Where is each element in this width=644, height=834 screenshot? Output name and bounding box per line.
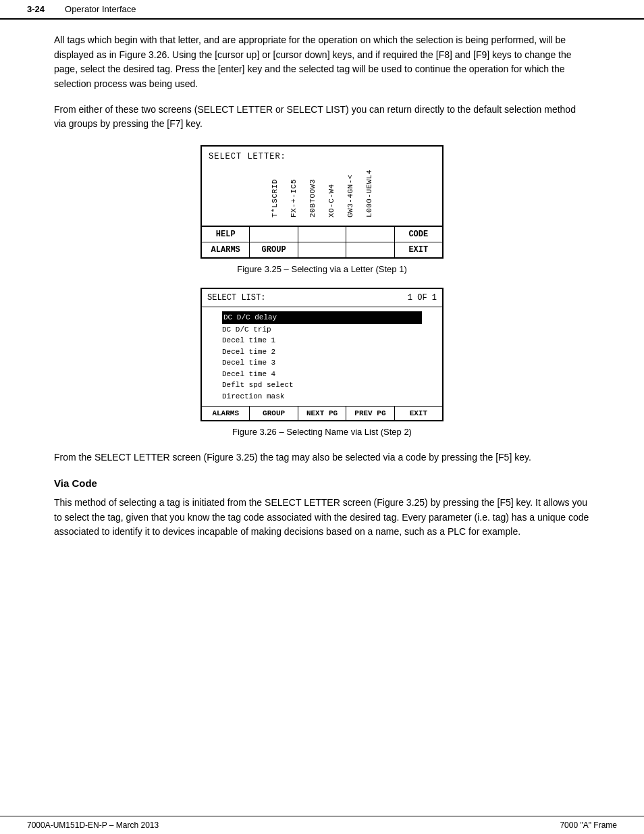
btn-prev-pg[interactable]: PREV PG [346, 407, 394, 420]
list-item-4[interactable]: Decel time 3 [222, 357, 422, 369]
btn-group-2[interactable]: GROUP [250, 407, 298, 420]
figure-26-container: SELECT LIST: 1 OF 1 DC D/C delay DC D/C … [54, 288, 590, 437]
figure-25-caption: Figure 3.25 – Selecting via a Letter (St… [237, 264, 406, 274]
section-heading-via-code: Via Code [54, 477, 590, 489]
btn-help[interactable]: HELP [202, 227, 250, 242]
btn-empty-3 [346, 227, 394, 242]
btn-code[interactable]: CODE [395, 227, 442, 242]
list-item-2[interactable]: Decel time 1 [222, 335, 422, 346]
screen-26-header: SELECT LIST: 1 OF 1 [202, 289, 442, 307]
figure-26-screen: SELECT LIST: 1 OF 1 DC D/C delay DC D/C … [200, 288, 444, 421]
footer-right: 7000 "A" Frame [560, 820, 617, 830]
figure-25-screen: SELECT LETTER: T*LSCRID FX-+-IC5 20BTOOW… [200, 145, 444, 259]
btn-empty-5 [346, 242, 394, 257]
list-item-7[interactable]: Direction mask [222, 391, 422, 402]
screen-26-buttons: ALARMS GROUP NEXT PG PREV PG EXIT [202, 406, 442, 420]
footer-left: 7000A-UM151D-EN-P – March 2013 [27, 820, 159, 830]
btn-alarms-2[interactable]: ALARMS [202, 407, 250, 420]
main-content: All tags which begin with that letter, a… [0, 20, 644, 591]
list-item-6[interactable]: Deflt spd select [222, 380, 422, 391]
page-header: 3-24 Operator Interface [0, 0, 644, 20]
btn-empty-4 [298, 242, 346, 257]
col-6: L000-UEWL4 [365, 170, 373, 217]
col-4: XO-C-W4 [327, 170, 336, 217]
screen-26-title: SELECT LIST: [207, 293, 265, 303]
btn-exit-2[interactable]: EXIT [395, 407, 442, 420]
page: 3-24 Operator Interface All tags which b… [0, 0, 644, 834]
col-1: T*LSCRID [271, 170, 279, 217]
btn-alarms[interactable]: ALARMS [202, 242, 250, 257]
btn-next-pg[interactable]: NEXT PG [298, 407, 346, 420]
screen-25-inner: SELECT LETTER: T*LSCRID FX-+-IC5 20BTOOW… [202, 147, 442, 226]
screen-25-btn-row1: HELP CODE [202, 226, 442, 242]
screen-25-btn-row2: ALARMS GROUP EXIT [202, 242, 442, 257]
screen-26-list: DC D/C delay DC D/C trip Decel time 1 De… [202, 307, 442, 406]
col-3: 20BTOOW3 [308, 170, 317, 217]
paragraph-4: This method of selecting a tag is initia… [54, 496, 590, 540]
btn-empty-1 [250, 227, 298, 242]
col-2: FX-+-IC5 [290, 170, 298, 217]
figure-25-container: SELECT LETTER: T*LSCRID FX-+-IC5 20BTOOW… [54, 145, 590, 274]
page-footer: 7000A-UM151D-EN-P – March 2013 7000 "A" … [0, 816, 644, 834]
list-item-0[interactable]: DC D/C delay [222, 311, 422, 324]
list-item-1[interactable]: DC D/C trip [222, 324, 422, 336]
screen-25-columns: T*LSCRID FX-+-IC5 20BTOOW3 XO-C-W4 GW3-4… [209, 167, 435, 220]
col-5: GW3-4GN-< [346, 170, 354, 217]
paragraph-2: From either of these two screens (SELECT… [54, 103, 590, 132]
btn-group[interactable]: GROUP [250, 242, 298, 257]
figure-26-caption: Figure 3.26 – Selecting Name via List (S… [232, 427, 412, 437]
page-number: 3-24 [27, 4, 45, 14]
paragraph-1: All tags which begin with that letter, a… [54, 33, 590, 92]
btn-empty-2 [298, 227, 346, 242]
list-item-3[interactable]: Decel time 2 [222, 346, 422, 358]
page-title: Operator Interface [65, 4, 136, 14]
screen-25-title: SELECT LETTER: [209, 152, 435, 161]
list-item-5[interactable]: Decel time 4 [222, 369, 422, 380]
paragraph-3: From the SELECT LETTER screen (Figure 3.… [54, 450, 590, 465]
btn-exit[interactable]: EXIT [395, 242, 442, 257]
screen-26-count: 1 OF 1 [408, 293, 437, 303]
